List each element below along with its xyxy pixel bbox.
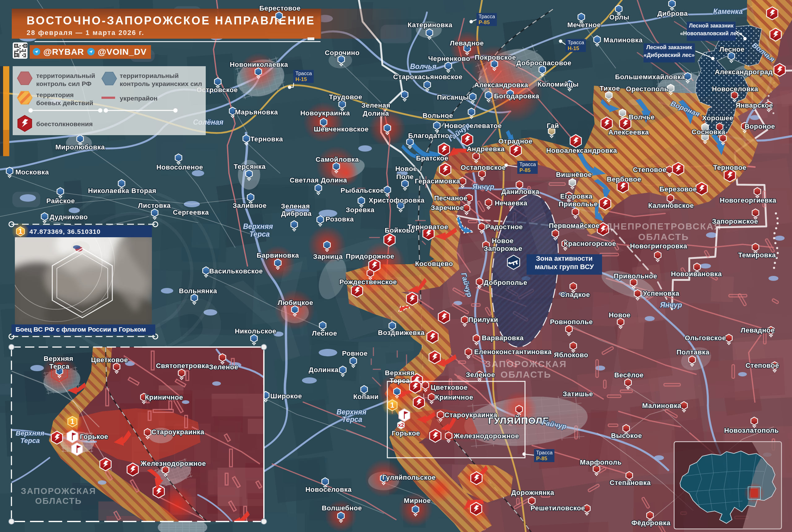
svg-text:ОБЛАСТЬ: ОБЛАСТЬ	[501, 369, 551, 380]
svg-text:Барвиновка: Барвиновка	[257, 251, 299, 259]
svg-text:ЗАПОРОЖСКАЯ: ЗАПОРОЖСКАЯ	[485, 359, 567, 369]
svg-text:Ольговское: Ольговское	[685, 334, 726, 342]
svg-text:Январское: Январское	[735, 101, 773, 109]
svg-text:Святопетровка: Святопетровка	[156, 362, 209, 369]
svg-text:Решетиловское: Решетиловское	[531, 504, 585, 512]
svg-text:Андреевка: Андреевка	[467, 145, 505, 153]
svg-text:Московка: Московка	[16, 168, 49, 176]
svg-text:Катериновка: Катериновка	[408, 21, 453, 29]
svg-text:Железнодорожное: Железнодорожное	[453, 432, 519, 440]
svg-text:Лесной заказник: Лесной заказник	[646, 44, 692, 51]
svg-text:Зеленое: Зеленое	[209, 363, 238, 371]
svg-text:Рыбальское: Рыбальское	[341, 187, 384, 194]
svg-text:Березовое: Березовое	[660, 185, 697, 193]
svg-text:Новое: Новое	[492, 237, 514, 245]
svg-text:Трасса: Трасса	[536, 450, 553, 455]
svg-text:Доброполье: Доброполье	[484, 279, 527, 286]
svg-text:Янчур: Янчур	[660, 301, 682, 309]
svg-text:Успеновка: Успеновка	[643, 289, 679, 297]
svg-text:Весёлое: Весёлое	[614, 371, 643, 379]
svg-text:Новоскелеватое: Новоскелеватое	[444, 122, 502, 130]
svg-text:Привольное: Привольное	[614, 272, 657, 280]
svg-text:Николаевка Вторая: Николаевка Вторая	[88, 187, 156, 194]
svg-text:Отрадное: Отрадное	[498, 137, 533, 145]
svg-text:Широкое: Широкое	[270, 392, 302, 400]
svg-text:Христофоровка: Христофоровка	[369, 196, 425, 204]
svg-text:Диброва: Диброва	[657, 10, 688, 17]
svg-text:Левадное: Левадное	[450, 39, 484, 47]
svg-text:Зеленая: Зеленая	[361, 101, 391, 109]
svg-text:Терновка: Терновка	[250, 135, 283, 143]
svg-text:Левадное: Левадное	[741, 326, 775, 334]
svg-text:Малиновка: Малиновка	[604, 36, 643, 44]
svg-text:Никольское: Никольское	[235, 327, 276, 335]
svg-text:Затишье: Затишье	[563, 390, 593, 398]
svg-text:Волчья: Волчья	[410, 62, 436, 71]
svg-text:Зарница: Зарница	[313, 253, 343, 261]
svg-text:Придорожное: Придорожное	[346, 252, 394, 260]
svg-text:Покровское: Покровское	[475, 54, 516, 61]
svg-text:Сосновка: Сосновка	[692, 128, 725, 136]
svg-text:@RYBAR: @RYBAR	[43, 47, 84, 57]
svg-text:Трасса: Трасса	[296, 71, 312, 76]
svg-text:боестолкновения: боестолкновения	[36, 120, 93, 128]
svg-text:1: 1	[390, 401, 394, 409]
svg-text:28 февраля — 1 марта 2026 г.: 28 февраля — 1 марта 2026 г.	[26, 29, 145, 37]
svg-text:территория: территория	[36, 91, 74, 98]
svg-text:Еленоконстантиновка: Еленоконстантиновка	[474, 348, 552, 356]
svg-text:Первомайское: Первомайское	[549, 222, 600, 229]
svg-text:Розовка: Розовка	[325, 215, 354, 223]
svg-text:Р-85: Р-85	[536, 456, 547, 461]
svg-text:Ровнополье: Ровнополье	[550, 318, 593, 326]
svg-text:Лесное: Лесное	[719, 45, 745, 53]
svg-text:Горькое: Горькое	[392, 429, 420, 437]
svg-text:Черненково: Черненково	[428, 55, 470, 62]
svg-text:Степовое: Степовое	[746, 362, 779, 369]
svg-text:ОБЛАСТЬ: ОБЛАСТЬ	[638, 232, 689, 242]
svg-text:Трасса: Трасса	[478, 14, 495, 19]
svg-text:Зеленая: Зеленая	[281, 202, 310, 210]
svg-text:ГУЛЯЙПОЛЕ: ГУЛЯЙПОЛЕ	[488, 415, 549, 425]
svg-text:Лесной заказник: Лесной заказник	[689, 23, 734, 29]
svg-text:Вольнянка: Вольнянка	[179, 287, 217, 295]
svg-text:Благодатное: Благодатное	[408, 132, 453, 139]
svg-text:Новоивановка: Новоивановка	[671, 270, 722, 278]
svg-text:Долина: Долина	[363, 110, 389, 117]
svg-text:Красногорское: Красногорское	[564, 240, 616, 247]
svg-text:Новое: Новое	[395, 165, 417, 173]
svg-text:Высокое: Высокое	[611, 432, 642, 439]
svg-text:Полтавка: Полтавка	[677, 348, 710, 356]
svg-text:Долинка: Долинка	[309, 366, 339, 374]
svg-text:47.873369, 36.510310: 47.873369, 36.510310	[30, 228, 100, 235]
svg-text:Зеленое: Зеленое	[466, 371, 495, 379]
svg-text:Александровка: Александровка	[474, 81, 528, 89]
svg-text:Новоселовка: Новоселовка	[712, 85, 758, 93]
svg-text:Марфополь: Марфополь	[580, 458, 622, 466]
svg-text:Писанцы: Писанцы	[437, 93, 469, 101]
svg-text:Староукраинка: Староукраинка	[152, 428, 205, 436]
svg-text:Шевченковское: Шевченковское	[314, 125, 369, 133]
svg-text:Трасса: Трасса	[568, 40, 584, 45]
svg-text:Терновое: Терновое	[713, 164, 747, 171]
svg-text:Нечаевка: Нечаевка	[495, 199, 527, 207]
svg-text:боевых действий: боевых действий	[36, 99, 93, 107]
svg-text:Степовое: Степовое	[633, 166, 667, 173]
svg-text:Новониколаевка: Новониколаевка	[230, 61, 288, 68]
svg-text:Терсянка: Терсянка	[233, 163, 266, 170]
svg-text:Листовка: Листовка	[138, 202, 171, 209]
svg-text:Заливное: Заливное	[233, 202, 267, 209]
svg-text:Железнодорожное: Железнодорожное	[140, 460, 206, 467]
svg-text:Вишнёвое: Вишнёвое	[556, 171, 592, 178]
svg-text:Трудовое: Трудовое	[329, 93, 362, 101]
svg-text:Терса: Терса	[390, 377, 410, 384]
svg-text:Лесное: Лесное	[312, 329, 337, 337]
svg-text:Гуляйпольское: Гуляйпольское	[382, 474, 436, 481]
svg-text:Новоукраинка: Новоукраинка	[300, 109, 350, 117]
svg-text:Р-85: Р-85	[478, 19, 490, 25]
svg-text:Мирное: Мирное	[404, 497, 431, 505]
svg-text:Новогригоровка: Новогригоровка	[630, 242, 687, 250]
svg-text:Запорожье: Запорожье	[484, 245, 522, 252]
svg-text:Верхняя: Верхняя	[16, 429, 44, 437]
svg-text:Яблоково: Яблоково	[554, 351, 588, 359]
svg-text:Новозлатополь: Новозлатополь	[724, 426, 779, 434]
